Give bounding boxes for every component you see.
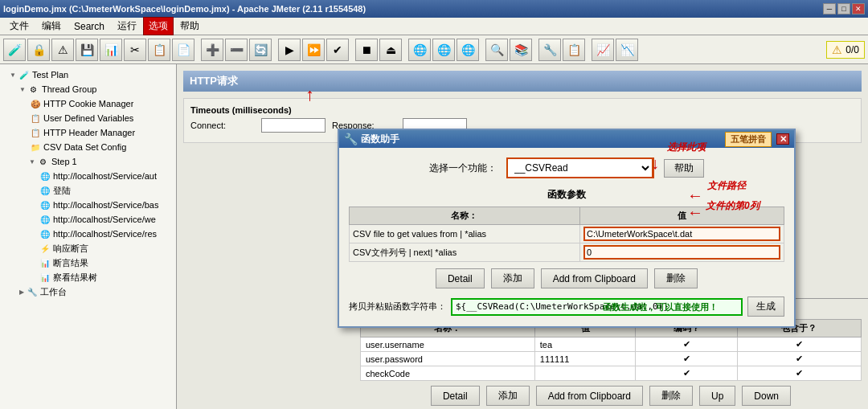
detail-button[interactable]: Detail: [436, 268, 485, 288]
tb-log-btn[interactable]: 📋: [563, 39, 585, 61]
csv-icon: 📁: [29, 141, 42, 153]
bottom-row-0: user.username tea ✔ ✔: [361, 337, 862, 352]
login-icon: 🌐: [39, 184, 51, 197]
menu-help[interactable]: 帮助: [174, 18, 206, 35]
tb-open-btn[interactable]: 🔒: [27, 39, 50, 61]
tb-help-btn[interactable]: 📚: [510, 39, 532, 61]
func-select-dropdown[interactable]: __CSVRead: [508, 159, 653, 177]
connect-input[interactable]: [261, 118, 326, 133]
menu-search[interactable]: Search: [68, 19, 111, 34]
vars-icon: 📋: [29, 112, 42, 125]
tree-item-resulttree[interactable]: 📊 察看结果树: [3, 270, 173, 284]
tree-item-svc2[interactable]: 🌐 http://localhost/Service/bas: [3, 198, 173, 212]
params-bottom-table: 名称： 值 编码？ 包含于？ user.username tea ✔ ✔ use…: [360, 319, 862, 381]
tb-remote-start-btn[interactable]: 🌐: [408, 39, 431, 61]
maximize-button[interactable]: □: [837, 3, 850, 14]
tb-remove-btn[interactable]: ➖: [225, 39, 248, 61]
bottom-value-0: tea: [534, 337, 636, 352]
expand-icon: ▼: [29, 158, 35, 166]
tree-item-threadgroup[interactable]: ▼ ⚙ Thread Group: [3, 82, 173, 96]
tb-copy-btn[interactable]: 📋: [148, 39, 170, 61]
toolbar: 🧪 🔒 ⚠ 💾 📊 ✂ 📋 📄 ➕ ➖ 🔄 ▶ ⏩ ✔ ⏹ ⏏ 🌐 🌐 🌐 🔍 …: [0, 35, 868, 64]
tb-templates-btn[interactable]: ⚠: [51, 39, 74, 61]
menu-bar: 文件 编辑 Search 运行 选项 帮助: [0, 18, 868, 35]
func-help-button[interactable]: 帮助: [664, 159, 704, 178]
bottom-up-button[interactable]: Up: [699, 386, 735, 406]
expand-icon: ▼: [19, 86, 26, 93]
tb-paste-btn[interactable]: 📄: [172, 39, 194, 61]
bottom-name-1: user.password: [361, 352, 535, 366]
param-value-input-0[interactable]: [583, 227, 780, 241]
tree-label: 察看结果树: [53, 272, 97, 284]
svc4-icon: 🌐: [39, 227, 51, 240]
param-value-cell-0: [579, 225, 784, 243]
tb-clear-btn[interactable]: 🔄: [249, 39, 272, 61]
menu-edit[interactable]: 编辑: [35, 18, 68, 35]
tree-item-svc4[interactable]: 🌐 http://localhost/Service/res: [3, 227, 173, 241]
tb-cut-btn[interactable]: ✂: [124, 39, 146, 61]
add-button[interactable]: 添加: [491, 268, 534, 288]
tree-item-assertresult[interactable]: 📊 断言结果: [3, 256, 173, 270]
gen-button[interactable]: 生成: [747, 297, 784, 317]
svc3-icon: 🌐: [39, 213, 51, 226]
bottom-add-button[interactable]: 添加: [486, 386, 530, 406]
ime-badge: 五笔拼音: [725, 132, 772, 147]
tb-validate-btn[interactable]: ✔: [326, 39, 349, 61]
dialog-title: 🔧 函数助手: [344, 133, 399, 146]
bottom-delete-button[interactable]: 删除: [649, 386, 693, 406]
param-row-1: CSV文件列号 | next| *alias: [350, 243, 784, 262]
tb-shutdown-btn[interactable]: ⏏: [379, 39, 402, 61]
tb-options-btn[interactable]: 🔧: [538, 39, 561, 61]
panel-header: HTTP请求: [183, 71, 862, 92]
bottom-detail-button[interactable]: Detail: [431, 386, 480, 406]
tree-item-csv[interactable]: 📁 CSV Data Set Config: [3, 140, 173, 154]
tree-item-vars[interactable]: 📋 User Defined Variables: [3, 111, 173, 125]
tree-item-svc1[interactable]: 🌐 http://localhost/Service/aut: [3, 169, 173, 183]
tb-function-btn[interactable]: 🔍: [485, 39, 508, 61]
tb-start-no-pause-btn[interactable]: ⏩: [302, 39, 325, 61]
expand-icon: ▶: [19, 288, 24, 296]
menu-options[interactable]: 选项: [143, 17, 174, 35]
delete-button[interactable]: 删除: [654, 268, 698, 288]
bottom-down-button[interactable]: Down: [742, 386, 791, 406]
gen-row: 拷贝并粘贴函数字符串： 生成: [349, 297, 784, 317]
tb-add-btn[interactable]: ➕: [201, 39, 223, 61]
param-value-input-1[interactable]: [583, 245, 780, 260]
tb-new-btn[interactable]: 🧪: [3, 39, 26, 61]
tree-label: User Defined Variables: [43, 113, 133, 123]
tree-item-step1[interactable]: ▼ ⚙ Step 1: [3, 154, 173, 169]
tb-remote-stop-btn[interactable]: 🌐: [432, 39, 455, 61]
tb-remote-shutdown-btn[interactable]: 🌐: [457, 39, 479, 61]
expand-icon: ▼: [10, 72, 16, 79]
bottom-encode-2: ✔: [636, 366, 737, 381]
menu-file[interactable]: 文件: [3, 18, 35, 35]
tree-item-workbench[interactable]: ▶ 🔧 工作台: [3, 284, 173, 299]
menu-run[interactable]: 运行: [111, 18, 143, 35]
tree-item-login[interactable]: 🌐 登陆: [3, 183, 173, 198]
tb-extra2-btn[interactable]: 📉: [616, 39, 638, 61]
counter-text: 0/0: [845, 44, 859, 55]
add-from-clipboard-button[interactable]: Add from Clipboard: [541, 268, 648, 288]
bottom-add-clipboard-button[interactable]: Add from Clipboard: [536, 386, 643, 406]
tree-item-headers[interactable]: 📋 HTTP Header Manager: [3, 125, 173, 140]
tree-item-cookie[interactable]: 🍪 HTTP Cookie Manager: [3, 96, 173, 111]
connect-label: Connect:: [190, 121, 255, 130]
dialog-close-button[interactable]: ✕: [776, 133, 789, 145]
params-table: 名称： 值 CSV file to get values from | *ali…: [349, 207, 784, 262]
main-area: ▼ 🧪 Test Plan ▼ ⚙ Thread Group 🍪 HTTP Co…: [0, 64, 868, 409]
tb-stop-btn[interactable]: ⏹: [355, 39, 378, 61]
tree-item-testplan[interactable]: ▼ 🧪 Test Plan: [3, 67, 173, 82]
minimize-button[interactable]: ─: [823, 3, 836, 14]
tb-saveas-btn[interactable]: 📊: [100, 39, 122, 61]
tree-item-assert[interactable]: ⚡ 响应断言: [3, 241, 173, 256]
tb-save-btn[interactable]: 💾: [76, 39, 98, 61]
close-button[interactable]: ✕: [852, 3, 865, 14]
param-name-1: CSV文件列号 | next| *alias: [350, 243, 580, 262]
tree-item-svc3[interactable]: 🌐 http://localhost/Service/we: [3, 212, 173, 227]
tb-extra1-btn[interactable]: 📈: [592, 39, 614, 61]
gen-input[interactable]: [451, 298, 743, 316]
dialog-title-text: 函数助手: [361, 133, 399, 146]
threadgroup-icon: ⚙: [27, 83, 40, 96]
dialog-titlebar-right: 五笔拼音 ✕: [725, 132, 789, 147]
tb-start-btn[interactable]: ▶: [278, 39, 301, 61]
